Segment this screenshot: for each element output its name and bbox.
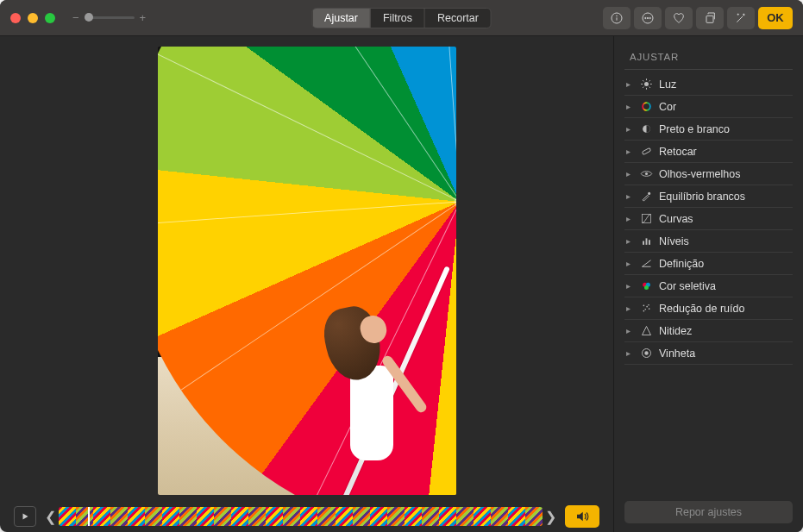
toolbar-right: OK xyxy=(603,7,793,29)
fullscreen-icon[interactable] xyxy=(45,13,55,23)
sidebar-title: AJUSTAR xyxy=(624,48,793,70)
chevron-right-icon: ▸ xyxy=(626,281,633,291)
svg-point-34 xyxy=(648,304,649,306)
tab-adjust[interactable]: Ajustar xyxy=(312,9,371,28)
svg-point-33 xyxy=(643,310,644,312)
svg-point-5 xyxy=(647,17,648,18)
more-button[interactable] xyxy=(634,7,662,29)
photos-edit-window: − + Ajustar Filtros Recortar xyxy=(0,0,803,532)
window-controls xyxy=(10,13,55,23)
minimize-icon[interactable] xyxy=(28,13,38,23)
zoom-slider[interactable]: − + xyxy=(72,11,146,24)
trim-end-handle[interactable]: ❯ xyxy=(543,509,558,525)
clip-trimmer[interactable]: ❮ ❯ xyxy=(43,507,558,526)
heart-icon xyxy=(672,11,686,25)
adjust-item-label: Nitidez xyxy=(659,325,692,337)
zoom-track[interactable] xyxy=(85,16,135,19)
chevron-right-icon: ▸ xyxy=(626,147,633,156)
svg-point-17 xyxy=(643,103,650,110)
adjust-item-definition[interactable]: ▸ Definição xyxy=(624,253,793,275)
rotate-button[interactable] xyxy=(696,7,724,29)
adjust-item-label: Níveis xyxy=(659,235,689,247)
adjust-item-label: Cor xyxy=(659,101,676,113)
close-icon[interactable] xyxy=(10,13,21,23)
sharpen-icon xyxy=(639,324,653,338)
adjust-sidebar: AJUSTAR ▸ Luz ▸ Cor ▸ Preto e branco xyxy=(613,36,803,532)
levels-icon xyxy=(639,235,653,248)
curves-icon xyxy=(639,212,653,226)
chevron-right-icon: ▸ xyxy=(626,259,633,268)
adjust-item-light[interactable]: ▸ Luz xyxy=(624,73,793,96)
adjust-item-label: Redução de ruído xyxy=(659,303,744,315)
adjust-item-label: Vinheta xyxy=(659,347,695,360)
adjust-item-label: Cor seletiva xyxy=(659,280,716,292)
adjust-item-curves[interactable]: ▸ Curvas xyxy=(624,208,793,230)
chevron-right-icon: ▸ xyxy=(626,304,633,313)
photo-preview[interactable] xyxy=(158,47,456,495)
trim-start-handle[interactable]: ❮ xyxy=(43,509,58,525)
svg-point-36 xyxy=(644,351,648,354)
svg-line-16 xyxy=(649,80,649,81)
svg-point-29 xyxy=(643,305,644,307)
adjust-item-sharpness[interactable]: ▸ Nitidez xyxy=(624,320,793,342)
adjust-item-label: Olhos-vermelhos xyxy=(659,168,740,180)
svg-rect-7 xyxy=(706,16,713,22)
person xyxy=(326,271,412,460)
adjust-item-color[interactable]: ▸ Cor xyxy=(624,96,793,118)
adjust-item-noise-reduction[interactable]: ▸ Redução de ruído xyxy=(624,297,793,320)
color-icon xyxy=(639,100,653,114)
tab-crop[interactable]: Recortar xyxy=(425,9,491,28)
svg-point-4 xyxy=(645,17,646,18)
rotate-icon xyxy=(703,11,717,25)
adjust-item-levels[interactable]: ▸ Níveis xyxy=(624,230,793,253)
adjust-item-label: Curvas xyxy=(659,213,693,225)
zoom-thumb[interactable] xyxy=(85,13,93,22)
svg-point-21 xyxy=(648,192,650,195)
adjust-item-label: Definição xyxy=(659,258,704,270)
chevron-right-icon: ▸ xyxy=(626,348,633,358)
adjust-item-label: Retocar xyxy=(659,146,697,158)
svg-point-2 xyxy=(617,16,618,16)
playhead[interactable] xyxy=(88,507,90,526)
vignette-icon xyxy=(639,347,653,360)
svg-line-15 xyxy=(643,87,643,88)
adjust-item-vignette[interactable]: ▸ Vinheta xyxy=(624,342,793,365)
play-button[interactable] xyxy=(14,506,36,527)
chevron-right-icon: ▸ xyxy=(626,236,633,246)
adjust-item-selective-color[interactable]: ▸ Cor seletiva xyxy=(624,275,793,297)
svg-line-14 xyxy=(649,87,649,88)
chevron-right-icon: ▸ xyxy=(626,214,633,223)
chevron-right-icon: ▸ xyxy=(626,79,633,89)
adjust-list: ▸ Luz ▸ Cor ▸ Preto e branco ▸ xyxy=(624,73,793,365)
adjust-item-retouch[interactable]: ▸ Retocar xyxy=(624,141,793,163)
definition-icon xyxy=(639,257,653,271)
adjust-item-label: Equilíbrio brancos xyxy=(659,191,745,203)
chevron-right-icon: ▸ xyxy=(626,169,633,178)
noise-icon xyxy=(639,302,653,316)
bandage-icon xyxy=(639,145,653,159)
audio-button[interactable] xyxy=(565,505,599,528)
svg-rect-24 xyxy=(645,238,647,245)
tab-filters[interactable]: Filtros xyxy=(371,9,425,28)
svg-point-31 xyxy=(644,309,646,310)
reset-adjustments-button[interactable]: Repor ajustes xyxy=(624,501,793,523)
eyedropper-icon xyxy=(639,190,653,203)
info-button[interactable] xyxy=(603,7,630,29)
filmstrip[interactable] xyxy=(59,507,543,526)
adjust-item-white-balance[interactable]: ▸ Equilíbrio brancos xyxy=(624,185,793,208)
favorite-button[interactable] xyxy=(665,7,693,29)
edit-mode-tabs: Ajustar Filtros Recortar xyxy=(311,8,492,28)
svg-rect-23 xyxy=(643,241,644,245)
chevron-right-icon: ▸ xyxy=(626,102,633,111)
main: ❮ ❯ xyxy=(0,36,803,532)
speaker-icon xyxy=(574,509,590,524)
svg-line-13 xyxy=(643,80,643,81)
reset-wrap: Repor ajustes xyxy=(624,501,793,523)
done-button[interactable]: OK xyxy=(758,7,793,29)
svg-point-8 xyxy=(644,82,649,86)
adjust-item-bw[interactable]: ▸ Preto e branco xyxy=(624,118,793,141)
auto-enhance-button[interactable] xyxy=(727,7,755,29)
adjust-item-redeye[interactable]: ▸ Olhos-vermelhos xyxy=(624,163,793,185)
chevron-right-icon: ▸ xyxy=(626,326,633,335)
svg-rect-25 xyxy=(649,240,650,245)
